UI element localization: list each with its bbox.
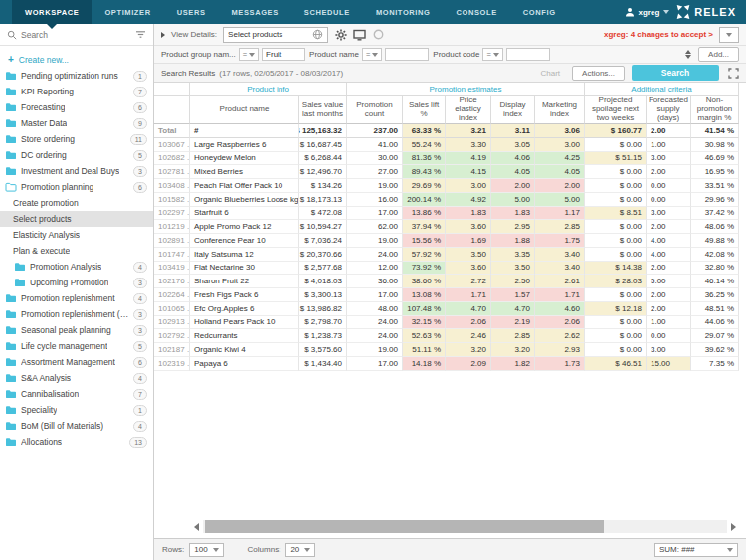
sidebar-item-forecasting[interactable]: Forecasting6 <box>0 99 153 115</box>
sidebar-item-promotion-analysis[interactable]: Promotion Analysis4 <box>0 259 153 275</box>
scrollbar-thumb[interactable] <box>205 520 604 533</box>
changes-dropdown[interactable] <box>719 27 739 43</box>
scrollbar-track[interactable] <box>203 520 727 533</box>
sidebar-item-store-ordering[interactable]: Store ordering11 <box>0 131 153 147</box>
table-row[interactable]: 102913 ...Holland Pears Pack 10$ 2,798.7… <box>154 316 739 330</box>
column-header-8[interactable]: Projected spoilage next two weeks <box>585 96 647 124</box>
table-row[interactable]: 102264 ...Fresh Figs Pack 6$ 3,300.1317.… <box>154 288 739 302</box>
filter-icon[interactable] <box>135 30 146 39</box>
column-header-2[interactable]: Sales value last months <box>299 96 347 124</box>
filter-value-input[interactable] <box>262 48 305 61</box>
sum-select[interactable]: SUM: ### <box>654 543 738 557</box>
display-window-icon[interactable] <box>353 28 366 41</box>
cell-1: Redcurrants <box>190 329 299 343</box>
cell-2: $ 18,173.13 <box>299 193 347 207</box>
sidebar-item-promotion-replenishment-dcs[interactable]: Promotion replenishment (DCs)3 <box>0 306 153 322</box>
rows-select[interactable]: 100 <box>189 543 223 557</box>
table-row[interactable]: 101747 ...Italy Satsuma 12$ 20,370.6624.… <box>154 248 739 262</box>
nav-tab-users[interactable]: USERS <box>164 0 219 24</box>
column-header-9[interactable]: Forecasted supply (days) <box>647 96 691 124</box>
table-row[interactable]: 102176 ...Sharon Fruit 22$ 4,018.0336.00… <box>154 275 739 288</box>
create-new-button[interactable]: + Create new... <box>0 51 153 68</box>
scroll-right-arrow[interactable] <box>731 523 740 531</box>
table-row[interactable]: 102792 ...Redcurrants$ 1,238.7324.0052.6… <box>154 329 739 343</box>
table-row[interactable]: 102781 ...Mixed Berries$ 12,496.7027.008… <box>154 165 739 179</box>
cell-3: 19.00 <box>347 234 403 248</box>
column-header-4[interactable]: Sales lift % <box>403 96 446 124</box>
column-header-0[interactable] <box>154 96 190 124</box>
view-details-label: View Details: <box>171 30 217 39</box>
add-filter-button[interactable]: Add... <box>698 47 739 62</box>
nav-tab-messages[interactable]: MESSAGES <box>219 0 291 24</box>
table-total-row[interactable]: Total#$ 125,163.32237.0063.33 %3.213.113… <box>154 124 739 138</box>
filter-operator-select[interactable]: = <box>239 48 259 61</box>
column-header-10[interactable]: Non-promotion margin % <box>691 96 739 124</box>
cell-8: $ 0.00 <box>585 316 647 330</box>
sidebar-item-upcoming-promotion[interactable]: Upcoming Promotion3 <box>0 275 153 290</box>
column-header-7[interactable]: Marketing index <box>535 96 585 124</box>
column-header-3[interactable]: Promotion count <box>347 96 403 124</box>
cell-5: 2.72 <box>446 275 491 288</box>
sidebar-item-seasonal-peak-planning[interactable]: Seasonal peak planning3 <box>0 322 153 338</box>
nav-tab-workspace[interactable]: WORKSPACE <box>12 0 92 24</box>
user-menu[interactable]: xgreg <box>625 7 670 17</box>
view-selector[interactable]: Select products <box>223 27 328 43</box>
sidebar-item-select-products[interactable]: Select products <box>0 211 153 227</box>
sidebar-item-speciality[interactable]: Speciality1 <box>0 402 153 418</box>
search-button[interactable]: Search <box>632 65 719 81</box>
column-header-6[interactable]: Display index <box>491 96 535 124</box>
sidebar-item-bom-bill-of-materials[interactable]: BoM (Bill of Materials)4 <box>0 418 153 434</box>
columns-select[interactable]: 20 <box>285 543 315 557</box>
column-header-5[interactable]: Price elasticy index <box>446 96 491 124</box>
nav-tab-console[interactable]: CONSOLE <box>444 0 510 24</box>
cell-1: Apple Promo Pack 12 <box>190 220 299 234</box>
nav-tab-monitoring[interactable]: MONITORING <box>363 0 444 24</box>
sidebar-item-dc-ordering[interactable]: DC ordering5 <box>0 147 153 163</box>
filter-value-input[interactable] <box>385 48 429 61</box>
table-row[interactable]: 101219 ...Apple Promo Pack 12$ 10,594.27… <box>154 220 739 234</box>
nav-tab-optimizer[interactable]: OPTIMIZER <box>92 0 163 24</box>
table-row[interactable]: 103067 ...Large Raspberries 6$ 16,687.45… <box>154 138 739 152</box>
table-row[interactable]: 102187 ...Organic Kiwi 4$ 3,575.6019.005… <box>154 343 739 357</box>
sidebar-item-cannibalisation[interactable]: Cannibalisation7 <box>0 386 153 402</box>
settings-gear-icon[interactable] <box>334 28 347 41</box>
sidebar-item-assortment-management[interactable]: Assortment Management6 <box>0 354 153 370</box>
sidebar-item-pending-optimization-runs[interactable]: Pending optimization runs1 <box>0 68 153 84</box>
changes-to-accept-link[interactable]: xgreg: 4 changes to accept > <box>604 30 713 39</box>
sidebar-item-allocations[interactable]: Allocations13 <box>0 434 153 450</box>
sidebar-item-create-promotion[interactable]: Create promotion <box>0 195 153 211</box>
filter-reorder-spinner[interactable] <box>685 47 691 62</box>
table-row[interactable]: 103408 ...Peach Flat Offer Pack 10$ 134.… <box>154 179 739 193</box>
filter-operator-select[interactable]: = <box>362 48 382 61</box>
nav-tab-config[interactable]: CONFIG <box>510 0 569 24</box>
chart-button[interactable]: Chart <box>541 69 561 78</box>
sidebar-item-plan-execute[interactable]: Plan & execute <box>0 243 153 259</box>
sidebar-item-life-cycle-management[interactable]: Life cycle management5 <box>0 338 153 354</box>
sidebar-item-kpi-reporting[interactable]: KPI Reporting7 <box>0 84 153 99</box>
sidebar-item-s-a-analysis[interactable]: S&A Analysis4 <box>0 370 153 386</box>
sidebar-item-investment-and-deal-buys[interactable]: Investment and Deal Buys3 <box>0 163 153 179</box>
item-count-badge: 7 <box>133 389 147 400</box>
scroll-left-arrow[interactable] <box>190 523 199 531</box>
table-row[interactable]: 103419 ...Flat Nectarine 30$ 2,577.6812.… <box>154 262 739 276</box>
table-row[interactable]: 102891 ...Conference Pear 10$ 7,036.2419… <box>154 234 739 248</box>
filter-operator-select[interactable]: = <box>482 48 502 61</box>
sidebar-item-promotion-planning[interactable]: Promotion planning6 <box>0 179 153 195</box>
refresh-circle-icon[interactable] <box>372 28 385 41</box>
table-row[interactable]: 102297 ...Starfruit 6$ 472.0817.0013.86 … <box>154 207 739 221</box>
table-row[interactable]: 101065 ...Efc Org.Apples 6$ 13,986.8248.… <box>154 302 739 316</box>
sidebar-item-promotion-replenishment[interactable]: Promotion replenishment4 <box>0 290 153 306</box>
table-row[interactable]: 102682 ...Honeydew Melon$ 6,268.4430.008… <box>154 152 739 166</box>
fullscreen-icon[interactable] <box>728 68 739 79</box>
filter-value-input[interactable] <box>506 48 550 61</box>
cell-10: 41.54 % <box>691 124 739 138</box>
sidebar-search-input[interactable] <box>21 30 131 40</box>
actions-button[interactable]: Actions... <box>572 66 625 81</box>
expand-caret-icon[interactable] <box>161 32 165 38</box>
sidebar-item-elasticity-analysis[interactable]: Elasticity Analysis <box>0 227 153 243</box>
column-header-1[interactable]: Product name <box>190 96 299 124</box>
table-row[interactable]: 101582 ...Organic Blueberries Loose kg$ … <box>154 193 739 207</box>
sidebar-item-master-data[interactable]: Master Data9 <box>0 115 153 131</box>
nav-tab-schedule[interactable]: SCHEDULE <box>291 0 363 24</box>
table-row[interactable]: 102319 ...Papaya 6$ 1,434.4017.0014.18 %… <box>154 357 739 371</box>
